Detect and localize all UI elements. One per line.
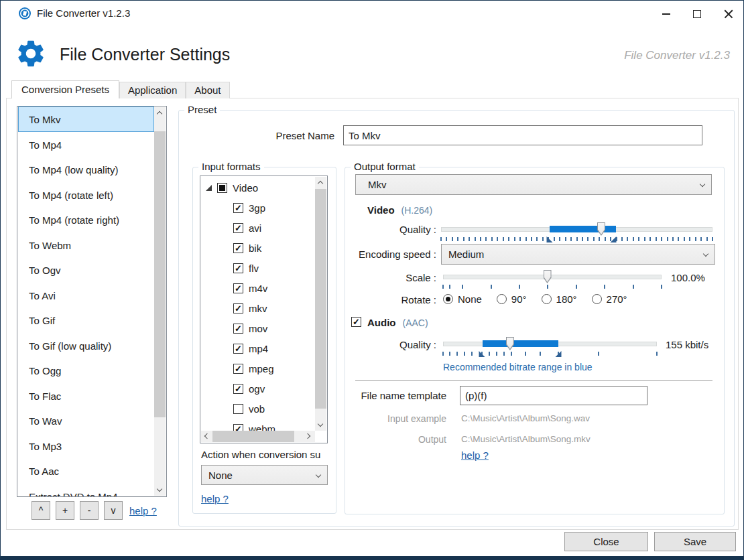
- rotate-label: Rotate :: [345, 294, 436, 305]
- format-checkbox-checked[interactable]: ✓: [233, 243, 243, 253]
- scroll-right-button[interactable]: [304, 431, 315, 442]
- file-name-template-label: File name template: [345, 390, 446, 401]
- format-checkbox-checked[interactable]: ✓: [233, 324, 243, 334]
- scroll-up-button[interactable]: [315, 177, 326, 188]
- tree-node-format[interactable]: ✓avi: [233, 218, 261, 238]
- tree-node-format[interactable]: ✓ogv: [233, 378, 265, 399]
- list-item[interactable]: To Gif: [18, 307, 154, 333]
- maximize-button[interactable]: [682, 1, 712, 26]
- list-item[interactable]: To Ogg: [18, 358, 154, 383]
- conversion-action-dropdown[interactable]: None: [201, 465, 328, 485]
- format-checkbox-checked[interactable]: ✓: [233, 223, 243, 233]
- format-checkbox-checked[interactable]: ✓: [233, 263, 243, 273]
- scrollbar-thumb[interactable]: [315, 189, 326, 409]
- audio-quality-label: Quality :: [345, 339, 436, 350]
- list-item[interactable]: To Gif (low quality): [18, 333, 154, 358]
- save-button[interactable]: Save: [654, 532, 736, 551]
- rotate-option-90[interactable]: 90°: [497, 293, 527, 305]
- tree-node-format[interactable]: ✓mpeg: [233, 358, 274, 378]
- list-item[interactable]: To Mp4 (rotate left): [18, 182, 154, 208]
- conversion-action-label: Action when conversion su: [201, 449, 332, 460]
- input-formats-group-label: Input formats: [198, 161, 264, 172]
- tree-horizontal-scrollbar[interactable]: [201, 431, 315, 442]
- add-preset-button[interactable]: +: [56, 501, 74, 520]
- radio-icon: [497, 294, 507, 304]
- list-item[interactable]: To Mkv: [18, 107, 154, 132]
- preset-list-scrollbar[interactable]: [154, 107, 166, 496]
- list-item[interactable]: To Mp4 (rotate right): [18, 207, 154, 232]
- format-checkbox-checked[interactable]: ✓: [233, 344, 243, 354]
- version-label: File Converter v1.2.3: [624, 49, 730, 62]
- video-quality-ticks: [441, 236, 712, 244]
- scrollbar-thumb[interactable]: [154, 131, 166, 417]
- close-icon: [724, 9, 733, 19]
- scroll-down-button[interactable]: [154, 484, 166, 496]
- list-item[interactable]: Extract DVD to Mp4: [18, 484, 154, 498]
- slider-thumb[interactable]: [544, 270, 552, 283]
- close-window-button[interactable]: [712, 1, 743, 26]
- slider-thumb[interactable]: [597, 222, 605, 236]
- format-checkbox-checked[interactable]: ✓: [233, 384, 243, 394]
- scroll-up-button[interactable]: [154, 107, 166, 119]
- tree-vertical-scrollbar[interactable]: [315, 177, 326, 431]
- encoding-speed-dropdown[interactable]: Medium: [441, 244, 715, 265]
- format-checkbox-checked[interactable]: ✓: [233, 283, 243, 293]
- rotate-option-180[interactable]: 180°: [542, 293, 577, 305]
- close-button[interactable]: Close: [564, 532, 648, 551]
- tree-node-format[interactable]: ✓m4v: [233, 278, 267, 298]
- move-preset-up-button[interactable]: ^: [32, 501, 50, 520]
- format-checkbox-unchecked[interactable]: [233, 404, 243, 414]
- list-item[interactable]: To Flac: [18, 383, 154, 409]
- tree-node-video[interactable]: Video: [200, 178, 258, 198]
- tree-node-format[interactable]: vob: [233, 399, 265, 419]
- list-item[interactable]: To Mp3: [18, 433, 154, 459]
- scale-slider[interactable]: [443, 270, 662, 283]
- rotate-option-270[interactable]: 270°: [592, 293, 627, 305]
- file-name-template-input[interactable]: [460, 386, 647, 405]
- list-item[interactable]: To Mp4: [18, 132, 154, 157]
- list-item[interactable]: To Mp4 (low quality): [18, 157, 154, 182]
- output-container-dropdown[interactable]: Mkv: [355, 174, 712, 195]
- scrollbar-thumb[interactable]: [212, 431, 294, 442]
- scale-value: 100.0%: [671, 272, 705, 283]
- presets-help-link[interactable]: help ?: [129, 505, 157, 516]
- scroll-left-button[interactable]: [201, 431, 212, 442]
- slider-thumb[interactable]: [506, 337, 514, 350]
- format-checkbox-checked[interactable]: ✓: [233, 364, 243, 374]
- audio-quality-slider[interactable]: [443, 337, 657, 350]
- list-item[interactable]: To Webm: [18, 232, 154, 258]
- audio-enabled-checkbox[interactable]: ✓: [351, 317, 361, 327]
- video-quality-slider[interactable]: [441, 222, 712, 236]
- tree-node-format[interactable]: ✓3gp: [233, 198, 265, 218]
- format-checkbox-checked[interactable]: ✓: [233, 303, 243, 313]
- tab-application[interactable]: Application: [119, 82, 186, 98]
- tree-node-format[interactable]: ✓mkv: [233, 298, 267, 318]
- output-format-group-label: Output format: [351, 161, 419, 172]
- video-checkbox[interactable]: [217, 183, 227, 193]
- tree-node-format[interactable]: ✓bik: [233, 238, 261, 258]
- list-item[interactable]: To Aac: [18, 458, 154, 484]
- minimize-button[interactable]: [651, 1, 682, 26]
- scroll-down-button[interactable]: [315, 419, 326, 431]
- file-name-help-link[interactable]: help ?: [461, 449, 489, 461]
- tree-node-format[interactable]: ✓mov: [233, 318, 267, 338]
- expander-collapse-icon[interactable]: [206, 185, 212, 191]
- chevron-down-icon: [157, 486, 162, 492]
- radio-selected-icon: [443, 294, 453, 304]
- tab-conversion-presets[interactable]: Conversion Presets: [11, 80, 119, 98]
- output-format-groupbox: Output format Mkv Video(H.264) Quality :…: [345, 167, 725, 514]
- preset-name-input[interactable]: [343, 125, 702, 145]
- list-item[interactable]: To Wav: [18, 408, 154, 433]
- tab-about[interactable]: About: [186, 82, 229, 98]
- tree-node-format[interactable]: ✓flv: [233, 258, 259, 278]
- tree-node-format[interactable]: ✓mp4: [233, 338, 268, 358]
- rotate-option-none[interactable]: None: [443, 293, 482, 305]
- input-formats-help-link[interactable]: help ?: [201, 493, 229, 504]
- video-section-title: Video(H.264): [367, 204, 432, 216]
- remove-preset-button[interactable]: -: [80, 501, 99, 520]
- list-item[interactable]: To Avi: [18, 283, 154, 308]
- list-item[interactable]: To Ogv: [18, 257, 154, 283]
- maximize-icon: [693, 10, 701, 18]
- move-preset-down-button[interactable]: v: [104, 501, 123, 520]
- format-checkbox-checked[interactable]: ✓: [233, 203, 243, 213]
